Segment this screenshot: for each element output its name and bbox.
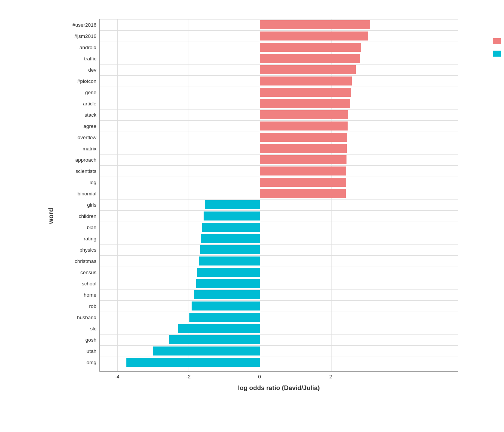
bar-david <box>260 110 348 119</box>
y-label-item: omg <box>87 360 96 365</box>
y-label-item: school <box>82 281 96 286</box>
bar-david <box>260 88 351 97</box>
y-label-item: home <box>84 292 96 298</box>
bar-david <box>260 76 352 86</box>
plot-area <box>99 19 458 372</box>
bar-julia <box>204 212 260 220</box>
y-label-item: android <box>80 45 96 50</box>
y-label-item: agree <box>83 123 96 129</box>
bar-david <box>260 32 368 40</box>
bar-david <box>260 43 361 52</box>
y-label-item: traffic <box>84 56 96 62</box>
bar-julia <box>197 268 260 277</box>
y-label-item: overflow <box>78 135 96 140</box>
bar-julia <box>178 324 260 333</box>
legend: DavidJulia <box>493 38 504 57</box>
bar-david <box>260 20 370 29</box>
y-label-item: rating <box>84 236 96 242</box>
bar-julia <box>153 346 260 356</box>
bar-david <box>260 99 350 108</box>
bar-julia <box>196 279 260 288</box>
bar-david <box>260 189 346 198</box>
y-label-item: approach <box>75 157 96 163</box>
bar-david <box>260 166 346 176</box>
y-label-item: gene <box>85 90 96 95</box>
bar-david <box>260 144 347 153</box>
x-axis-label: log odds ratio (David/Julia) <box>99 384 458 392</box>
y-label-item: stack <box>84 112 96 118</box>
y-labels-container: #user2016#jsm2016androidtrafficdev#plotc… <box>56 19 99 372</box>
bar-julia <box>199 256 260 266</box>
y-label-item: #jsm2016 <box>74 33 96 39</box>
y-label-item: blah <box>87 225 96 230</box>
bar-david <box>260 133 347 142</box>
bar-david <box>260 54 360 63</box>
y-label-item: scientists <box>75 168 96 174</box>
bar-david <box>260 65 356 74</box>
y-label-item: article <box>83 101 96 106</box>
y-label-item: rob <box>89 303 96 309</box>
y-label-item: gosh <box>86 337 96 343</box>
bar-julia <box>194 290 260 299</box>
bar-david <box>260 122 348 130</box>
y-label-item: girls <box>87 202 96 208</box>
y-label-item: #plotcon <box>77 78 96 84</box>
bar-julia <box>201 234 260 243</box>
y-label-item: matrix <box>82 146 96 152</box>
y-label-item: children <box>79 213 96 219</box>
bar-david <box>260 178 346 187</box>
y-label-item: physics <box>80 247 96 253</box>
legend-color-box <box>493 51 501 57</box>
chart-container: word #user2016#jsm2016androidtrafficdev#… <box>46 19 458 413</box>
y-label-item: slc <box>90 326 97 332</box>
y-label-item: census <box>80 270 96 275</box>
bar-julia <box>202 223 260 232</box>
x-tick: 0 <box>258 374 261 380</box>
y-label-item: christmas <box>75 258 96 264</box>
y-label-item: husband <box>77 315 96 320</box>
x-tick: -4 <box>115 374 119 380</box>
bar-david <box>260 155 346 164</box>
y-label-item: dev <box>88 67 96 73</box>
bar-julia <box>200 245 260 254</box>
x-tick: -2 <box>186 374 190 380</box>
y-axis-label: word <box>46 19 56 413</box>
bar-julia <box>169 335 260 344</box>
x-axis: -4-202 <box>99 372 377 383</box>
bar-julia <box>126 358 260 367</box>
legend-color-box <box>493 38 501 44</box>
y-label-item: binomial <box>78 191 96 196</box>
bars-container <box>100 19 458 371</box>
x-tick: 2 <box>329 374 332 380</box>
bar-julia <box>205 200 260 209</box>
y-label-item: #user2016 <box>72 22 96 28</box>
y-label-item: log <box>90 180 96 185</box>
bar-julia <box>192 302 260 310</box>
bar-julia <box>189 313 260 322</box>
legend-item: David <box>493 38 504 44</box>
legend-item: Julia <box>493 50 504 57</box>
y-label-item: utah <box>87 348 96 354</box>
